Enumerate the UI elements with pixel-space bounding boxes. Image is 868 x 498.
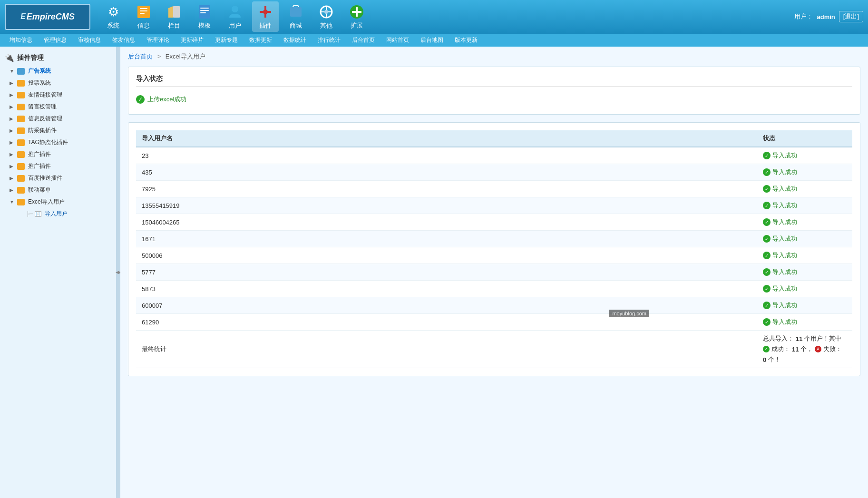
nav-item-system[interactable]: ⚙ 系统 [100, 1, 127, 32]
folder-icon-tag [17, 139, 25, 146]
col-status: 状态 [757, 130, 852, 147]
summary-total: 11 [796, 335, 802, 342]
sec-nav-sign-info[interactable]: 签发信息 [107, 35, 140, 45]
sidebar-item-anti-collect[interactable]: ▶ 防采集插件 [0, 125, 116, 137]
sec-nav-backend-map[interactable]: 后台地图 [416, 35, 448, 45]
import-table-section: 导入用户名 状态 23✓导入成功435✓导入成功7925✓导入成功1355541… [128, 122, 860, 376]
nav-item-other[interactable]: 其他 [313, 1, 340, 32]
status-label: 导入成功 [772, 185, 797, 193]
folder-icon-promote2 [17, 163, 25, 170]
cell-status: ✓导入成功 [757, 147, 852, 164]
sec-nav-update-fragment[interactable]: 更新碎片 [176, 35, 208, 45]
table-header-row: 导入用户名 状态 [136, 130, 852, 147]
sidebar-item-excel-import[interactable]: ▼ Excel导入用户 [0, 196, 116, 208]
nav-label-extend: 扩展 [351, 21, 363, 30]
folder-icon-excel [17, 199, 25, 205]
status-success-indicator: ✓导入成功 [763, 284, 847, 293]
sec-nav-audit-info[interactable]: 审核信息 [73, 35, 106, 45]
success-circle-icon: ✓ [763, 168, 770, 176]
sidebar-item-tag-static[interactable]: ▶ TAG静态化插件 [0, 137, 116, 148]
nav-item-template[interactable]: 模板 [191, 1, 218, 32]
sidebar-item-import-user[interactable]: ├─ 📄 导入用户 [0, 208, 116, 220]
cell-username: 5873 [136, 281, 757, 297]
table-row: 13555415919✓导入成功 [136, 197, 852, 214]
expand-icon-friend: ▶ [10, 92, 15, 98]
sec-nav-data-stats[interactable]: 数据统计 [279, 35, 311, 45]
status-label: 导入成功 [772, 268, 797, 276]
svg-rect-2 [140, 10, 147, 11]
svg-point-12 [263, 10, 268, 14]
success-circle-icon: ✓ [763, 218, 770, 226]
main-layout: 🔌 插件管理 ▼ 广告系统 ▶ 投票系统 ▶ 友情链接管理 ▶ 留言板管理 ▶ … [0, 47, 868, 498]
content-area: 后台首页 > Excel导入用户 导入状态 ✓ 上传excel成功 导入用户名 … [120, 47, 868, 498]
cell-username: 15046004265 [136, 214, 757, 231]
nav-item-column[interactable]: 栏目 [161, 1, 187, 32]
sidebar-item-friend-links[interactable]: ▶ 友情链接管理 [0, 89, 116, 101]
folder-icon-feedback [17, 116, 25, 122]
status-label: 导入成功 [772, 318, 797, 326]
success-circle-icon: ✓ [763, 285, 770, 293]
success-check-icon: ✓ [136, 95, 145, 104]
sec-nav-manage-comment[interactable]: 管理评论 [142, 35, 174, 45]
folder-icon-friend [17, 92, 25, 98]
sidebar-label-tag-static: TAG静态化插件 [28, 138, 68, 146]
success-circle-icon: ✓ [763, 302, 770, 309]
logo[interactable]: EEmpireCMS [5, 4, 90, 30]
expand-icon-feedback: ▶ [10, 116, 15, 121]
cell-status: ✓导入成功 [757, 164, 852, 181]
breadcrumb-home[interactable]: 后台首页 [128, 53, 153, 60]
header: EEmpireCMS ⚙ 系统 信息 栏目 模板 [0, 0, 868, 33]
sidebar-item-vote[interactable]: ▶ 投票系统 [0, 77, 116, 89]
nav-item-plugin[interactable]: 插件 [252, 1, 279, 32]
svg-rect-0 [137, 6, 150, 18]
status-label: 导入成功 [772, 301, 797, 310]
status-success-indicator: ✓导入成功 [763, 301, 847, 310]
summary-row: 最终统计 总共导入： 11 个用户！其中 ✓ 成功： 11 个， ✗ 失败： 0… [136, 331, 852, 368]
summary-fail-label: 失败： [823, 345, 842, 353]
logo-text: EmpireCMS [27, 12, 75, 22]
nav-item-info[interactable]: 信息 [130, 1, 157, 32]
resize-handle[interactable] [117, 47, 120, 498]
sidebar-label-import-user: 导入用户 [45, 210, 68, 218]
sec-nav-version-update[interactable]: 版本更新 [450, 35, 482, 45]
logout-button[interactable]: [退出] [839, 11, 863, 22]
sidebar-item-guestbook[interactable]: ▶ 留言板管理 [0, 101, 116, 113]
expand-icon-tag: ▶ [10, 140, 15, 145]
status-success-indicator: ✓导入成功 [763, 168, 847, 176]
cell-username: 7925 [136, 181, 757, 197]
sidebar-item-link-menu[interactable]: ▶ 联动菜单 [0, 184, 116, 196]
sec-nav-add-info[interactable]: 增加信息 [5, 35, 37, 45]
cell-status: ✓导入成功 [757, 281, 852, 297]
breadcrumb-separator: > [157, 53, 161, 60]
expand-icon-ad: ▼ [10, 68, 15, 74]
sidebar-item-feedback[interactable]: ▶ 信息反馈管理 [0, 113, 116, 125]
svg-rect-5 [199, 5, 210, 19]
success-circle-icon: ✓ [763, 202, 770, 209]
success-circle-icon: ✓ [763, 318, 770, 326]
nav-item-extend[interactable]: 扩展 [343, 1, 370, 32]
user-icon [226, 3, 244, 20]
breadcrumb: 后台首页 > Excel导入用户 [128, 52, 860, 61]
folder-icon-guest [17, 104, 25, 110]
summary-fail-icon: ✗ [815, 346, 821, 352]
cell-status: ✓导入成功 [757, 314, 852, 331]
sec-nav-update-topic[interactable]: 更新专题 [210, 35, 243, 45]
sidebar-item-ad-system[interactable]: ▼ 广告系统 [0, 65, 116, 77]
sidebar-item-promote1[interactable]: ▶ 推广插件 [0, 148, 116, 160]
status-label: 导入成功 [772, 218, 797, 226]
column-icon [166, 3, 183, 20]
sec-nav-manage-info[interactable]: 管理信息 [39, 35, 71, 45]
summary-content: 总共导入： 11 个用户！其中 ✓ 成功： 11 个， ✗ 失败： 0 个！ [757, 331, 852, 368]
nav-item-shop[interactable]: 商城 [283, 1, 309, 32]
sec-nav-backend-home[interactable]: 后台首页 [347, 35, 380, 45]
cell-status: ✓导入成功 [757, 247, 852, 264]
cell-status: ✓导入成功 [757, 197, 852, 214]
sec-nav-website-home[interactable]: 网站首页 [381, 35, 414, 45]
sec-nav-data-update[interactable]: 数据更新 [244, 35, 277, 45]
nav-item-user[interactable]: 用户 [222, 1, 248, 32]
shop-icon [287, 3, 304, 20]
sec-nav-rank-stats[interactable]: 排行统计 [313, 35, 345, 45]
success-circle-icon: ✓ [763, 252, 770, 259]
sidebar-item-baidu[interactable]: ▶ 百度推送插件 [0, 172, 116, 184]
sidebar-item-promote2[interactable]: ▶ 推广插件 [0, 160, 116, 172]
